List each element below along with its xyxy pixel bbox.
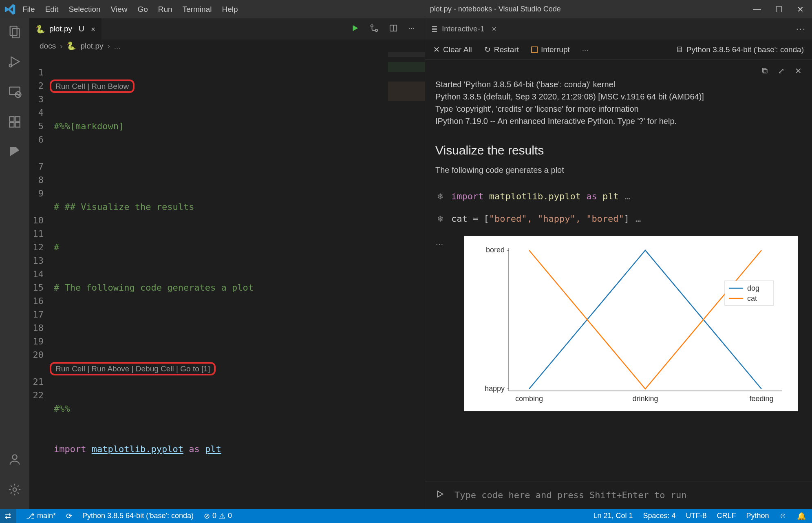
interactive-panel: ≣ Interactive-1 × ··· ✕Clear All ↻Restar… (425, 18, 812, 509)
svg-rect-4 (9, 87, 20, 95)
language-mode[interactable]: Python (746, 512, 769, 520)
server-icon: 🖥 (675, 45, 683, 54)
remote-indicator[interactable]: ⇄ (0, 509, 16, 523)
interrupt-button[interactable]: Interrupt (531, 45, 570, 54)
cursor-position[interactable]: Ln 21, Col 1 (593, 512, 633, 520)
interactive-tab[interactable]: ≣ Interactive-1 × (431, 24, 496, 34)
settings-gear-icon[interactable] (8, 483, 22, 499)
restart-button[interactable]: ↻Restart (484, 45, 519, 54)
run-file-icon[interactable] (351, 24, 360, 35)
codelens-run-cell[interactable]: Run Cell | Run Below (50, 79, 135, 93)
line-gutter: 1 2 3 4 5 6 7 8 9 10 11 12 13 14 15 (29, 52, 54, 523)
svg-point-11 (12, 455, 17, 459)
menu-edit[interactable]: Edit (45, 5, 59, 14)
codelens-run-cell[interactable]: Run Cell | Run Above | Debug Cell | Go t… (50, 362, 216, 375)
more-actions-icon[interactable]: ··· (582, 45, 589, 54)
svg-rect-9 (9, 122, 14, 127)
more-actions-icon[interactable]: ··· (408, 24, 415, 35)
notifications-icon[interactable]: 🔔 (797, 512, 806, 521)
svg-text:bored: bored (486, 246, 505, 254)
svg-marker-32 (438, 491, 443, 497)
interactive-tab-label: Interactive-1 (442, 24, 485, 33)
code-area[interactable]: Run Cell | Run Below #%%[markdown] # ## … (54, 52, 425, 523)
menu-selection[interactable]: Selection (68, 5, 100, 14)
menu-view[interactable]: View (111, 5, 128, 14)
interactive-tabbar: ≣ Interactive-1 × ··· (425, 18, 812, 40)
extensions-icon[interactable] (8, 115, 22, 131)
close-button[interactable]: ✕ (797, 4, 804, 14)
cell-data: ❄ cat = ["bored", "happy", "bored"] … (435, 214, 802, 224)
ellipsis-icon[interactable]: … (435, 238, 444, 247)
breadcrumb-folder[interactable]: docs (40, 42, 56, 51)
interactive-output[interactable]: ⧉ ⤢ ✕ Started 'Python 3.8.5 64-bit ('bas… (425, 60, 812, 481)
interactive-toolbar: ✕Clear All ↻Restart Interrupt ··· 🖥Pytho… (425, 40, 812, 60)
accounts-icon[interactable] (8, 452, 22, 468)
interactive-input[interactable]: Type code here and press Shift+Enter to … (425, 481, 812, 509)
chevron-right-icon: › (107, 42, 110, 51)
svg-point-12 (13, 488, 17, 492)
run-icon[interactable] (435, 490, 444, 501)
svg-point-14 (371, 24, 373, 27)
editor-group: 🐍 plot.py U × ··· docs › 🐍 plot.py › (29, 18, 425, 509)
menu-help[interactable]: Help (222, 5, 238, 14)
ellipsis-icon[interactable]: … (635, 214, 641, 224)
activity-bar (0, 18, 29, 509)
svg-text:happy: happy (485, 384, 505, 393)
eol-status[interactable]: CRLF (717, 512, 736, 520)
svg-rect-7 (9, 117, 14, 121)
kernel-selector[interactable]: 🖥Python 3.8.5 64-bit ('base': conda) (675, 45, 804, 54)
diff-icon[interactable] (370, 24, 379, 35)
menu-run[interactable]: Run (158, 5, 172, 14)
menu-file[interactable]: File (22, 5, 35, 14)
menu-go[interactable]: Go (137, 5, 148, 14)
svg-rect-10 (15, 122, 20, 127)
chevron-right-icon: › (60, 42, 62, 51)
svg-rect-1 (12, 29, 19, 38)
copy-icon[interactable]: ⧉ (762, 66, 768, 76)
output-heading: Visualize the results (435, 143, 802, 157)
encoding-status[interactable]: UTF-8 (686, 512, 707, 520)
split-editor-icon[interactable] (389, 24, 398, 35)
vscode-logo-icon (4, 3, 16, 15)
menu-terminal[interactable]: Terminal (183, 5, 212, 14)
breadcrumb-file[interactable]: plot.py (80, 42, 103, 51)
tab-filename: plot.py (49, 24, 72, 33)
svg-text:drinking: drinking (632, 395, 658, 403)
cell-gear-icon[interactable]: ❄ (435, 214, 445, 224)
clear-all-button[interactable]: ✕Clear All (433, 45, 472, 54)
minimap[interactable] (388, 52, 425, 101)
input-placeholder[interactable]: Type code here and press Shift+Enter to … (455, 490, 687, 500)
python-file-icon: 🐍 (35, 24, 45, 34)
output-chart: bored happy combing drinking feeding (464, 236, 798, 411)
svg-marker-2 (11, 57, 20, 66)
maximize-button[interactable]: ☐ (775, 4, 783, 14)
svg-marker-13 (353, 25, 358, 31)
breadcrumb-tail[interactable]: ... (114, 42, 121, 51)
close-icon[interactable]: ✕ (795, 66, 802, 76)
minimize-button[interactable]: — (753, 4, 761, 14)
python-file-icon: 🐍 (66, 41, 76, 51)
svg-text:cat: cat (747, 294, 757, 302)
window-controls: — ☐ ✕ (753, 4, 804, 14)
feedback-icon[interactable]: ☺ (779, 512, 787, 520)
svg-text:combing: combing (515, 395, 543, 403)
svg-text:dog: dog (747, 284, 759, 292)
run-debug-icon[interactable] (8, 55, 22, 71)
tab-close-icon[interactable]: × (91, 24, 95, 33)
output-subheading: The following code generates a plot (435, 166, 802, 175)
tab-plot-py[interactable]: 🐍 plot.py U × (29, 18, 102, 40)
expand-icon[interactable]: ⤢ (778, 66, 785, 76)
tab-close-icon[interactable]: × (492, 24, 496, 33)
bookmark-icon[interactable] (8, 145, 22, 161)
cell-gear-icon[interactable]: ❄ (435, 191, 445, 201)
ellipsis-icon[interactable]: … (625, 191, 630, 201)
explorer-icon[interactable] (8, 24, 22, 40)
svg-point-15 (375, 29, 378, 31)
remote-explorer-icon[interactable] (8, 85, 22, 101)
svg-text:feeding: feeding (749, 395, 773, 403)
breadcrumb[interactable]: docs › 🐍 plot.py › ... (29, 40, 425, 52)
more-actions-icon[interactable]: ··· (796, 24, 806, 34)
indentation-status[interactable]: Spaces: 4 (643, 512, 675, 520)
editor-body[interactable]: 1 2 3 4 5 6 7 8 9 10 11 12 13 14 15 (29, 52, 425, 523)
svg-rect-8 (15, 117, 20, 121)
